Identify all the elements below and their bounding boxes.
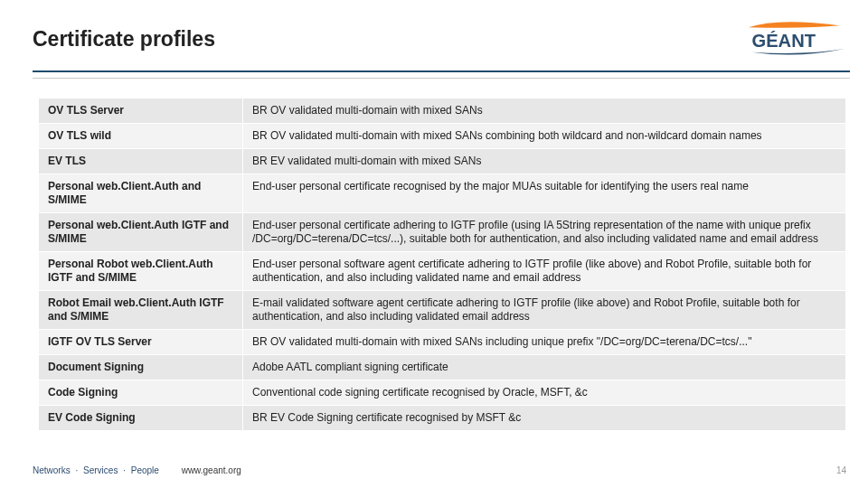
profile-desc: Adobe AATL compliant signing certificate — [243, 355, 846, 380]
profile-desc: End-user personal software agent certifi… — [243, 252, 846, 291]
dot-icon: · — [123, 465, 126, 475]
profile-name: EV TLS — [39, 149, 243, 174]
profile-desc: BR EV Code Signing certificate recognise… — [243, 406, 846, 431]
profile-desc: BR OV validated multi-domain with mixed … — [243, 124, 846, 149]
table-row: OV TLS wild BR OV validated multi-domain… — [39, 124, 846, 149]
table-row: Robot Email web.Client.Auth IGTF and S/M… — [39, 291, 846, 330]
table-row: Personal Robot web.Client.Auth IGTF and … — [39, 252, 846, 291]
slide: Certificate profiles GÉANT OV TLS Server… — [0, 0, 868, 488]
brand-logo: GÉANT — [747, 20, 846, 58]
profile-desc: Conventional code signing certificate re… — [243, 380, 846, 406]
footer-segment: Networks — [33, 465, 71, 475]
title-rule-thin — [33, 78, 850, 79]
table-row: EV TLS BR EV validated multi-domain with… — [39, 149, 846, 174]
table-row: Document Signing Adobe AATL compliant si… — [39, 355, 846, 380]
geant-logo-icon: GÉANT — [747, 20, 846, 58]
profile-name: Personal web.Client.Auth IGTF and S/MIME — [39, 213, 243, 252]
profile-name: Personal Robot web.Client.Auth IGTF and … — [39, 252, 243, 291]
profile-desc: BR EV validated multi-domain with mixed … — [243, 149, 846, 174]
table-row: OV TLS Server BR OV validated multi-doma… — [39, 99, 846, 124]
profile-desc: End-user personal certificate recognised… — [243, 174, 846, 213]
page-title: Certificate profiles — [33, 27, 215, 52]
table-row: IGTF OV TLS Server BR OV validated multi… — [39, 330, 846, 355]
footer-segment: Services — [83, 465, 118, 475]
logo-text: GÉANT — [752, 31, 816, 51]
profile-name: OV TLS Server — [39, 99, 243, 124]
footer-segment: People — [131, 465, 159, 475]
profile-name: IGTF OV TLS Server — [39, 330, 243, 355]
profiles-table: OV TLS Server BR OV validated multi-doma… — [38, 98, 846, 431]
profile-name: OV TLS wild — [39, 124, 243, 149]
table-row: Code Signing Conventional code signing c… — [39, 380, 846, 406]
footer-url: www.geant.org — [182, 465, 241, 475]
profile-name: Personal web.Client.Auth and S/MIME — [39, 174, 243, 213]
profile-desc: End-user personal certificate adhering t… — [243, 213, 846, 252]
profile-desc: BR OV validated multi-domain with mixed … — [243, 330, 846, 355]
footer: Networks · Services · People www.geant.o… — [33, 465, 241, 475]
table-row: Personal web.Client.Auth IGTF and S/MIME… — [39, 213, 846, 252]
dot-icon: · — [75, 465, 78, 475]
title-rule — [33, 70, 850, 72]
profile-name: Robot Email web.Client.Auth IGTF and S/M… — [39, 291, 243, 330]
profile-desc: BR OV validated multi-domain with mixed … — [243, 99, 846, 124]
profile-name: EV Code Signing — [39, 406, 243, 431]
table-row: Personal web.Client.Auth and S/MIME End-… — [39, 174, 846, 213]
page-number: 14 — [836, 465, 846, 475]
profile-name: Document Signing — [39, 355, 243, 380]
profile-name: Code Signing — [39, 380, 243, 406]
table-row: EV Code Signing BR EV Code Signing certi… — [39, 406, 846, 431]
profile-desc: E-mail validated software agent certific… — [243, 291, 846, 330]
